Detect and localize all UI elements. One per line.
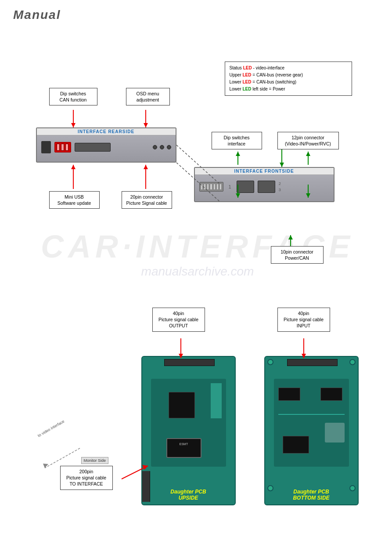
mini-usb-line1: Mini USB (53, 194, 96, 200)
rearside-components (37, 135, 176, 159)
pcb-upside: ESMT Daughter PCB UPSIDE (141, 356, 236, 505)
callout-mini-usb: Mini USB Software update (49, 191, 100, 209)
pcb-bottomside-label: Daughter PCB BOTTOM SIDE (265, 489, 358, 501)
osd-line1: OSD menu (130, 91, 166, 97)
dip-f7 (219, 184, 222, 190)
svg-marker-13 (236, 152, 240, 156)
40pin-out-l2: Picture signal cable (156, 316, 201, 323)
b-trace-h (278, 414, 345, 415)
callout-40pin-output: 40pin Picture signal cable OUTPUT (152, 308, 205, 332)
10pin-line2: Power/CAN (275, 255, 320, 261)
pin-label-2: 2 (279, 181, 281, 186)
rearside-label: INTERFACE REARSIDE (37, 128, 176, 135)
10pin-line1: 10pin connector (275, 249, 320, 255)
dip-f4 (210, 184, 212, 190)
dip-interface-line2: interface (216, 141, 258, 147)
callout-40pin-input: 40pin Picture signal cable INPUT (277, 308, 330, 332)
b-chip1 (320, 388, 342, 401)
dip-switches-interface (199, 182, 223, 192)
200pin-l2: Picture signal cable (64, 475, 109, 481)
to-video-label: to video interface (37, 419, 65, 438)
usb-port (41, 141, 51, 153)
frontside-board: INTERFACE FRONTSIDE 1 2 3 (194, 167, 334, 202)
dip-can-line2: CAN function (53, 97, 94, 103)
callout-12pin: 12pin connector (Video-IN/Power/RVC) (277, 132, 339, 149)
200pin-l1: 200pin (64, 468, 109, 475)
status-line2: Upper LED = CAN-bus (reverse gear) (230, 72, 347, 79)
b-chip2 (278, 388, 300, 401)
40pin-out-l1: 40pin (156, 310, 201, 316)
dot-1 (153, 145, 157, 149)
main-chip (169, 392, 195, 418)
dip-f6 (216, 184, 219, 190)
status-box: Status LED - video-interface Upper LED =… (225, 62, 352, 96)
b-chip3 (283, 436, 309, 453)
page-title: Manual (0, 0, 392, 26)
dip-f2 (204, 184, 206, 190)
40pin-in-l1: 40pin (281, 310, 326, 316)
pcb-b-connector-top (287, 359, 338, 366)
led-status: LED (243, 65, 252, 70)
20pin-line2: Picture Signal cable (126, 200, 168, 206)
pcb-connector-top (164, 359, 215, 366)
led-upper: LED (243, 73, 252, 77)
dip-2 (61, 144, 64, 151)
led-lower: LED (243, 80, 252, 84)
dip-interface-line1: Dip switches (216, 134, 258, 141)
connector-40pin (75, 143, 111, 152)
dip-can-line1: Dip switches (53, 91, 94, 97)
pcb-upside-sim: ESMT Daughter PCB UPSIDE (142, 357, 235, 504)
corner-tr (349, 359, 356, 365)
dot-2 (160, 145, 164, 149)
dip-switches-can (54, 142, 71, 152)
pin-label-3: 3 (279, 188, 281, 192)
200pin-l3: TO INTERFACE (64, 481, 109, 487)
pcb-upside-label: Daughter PCB UPSIDE (142, 489, 235, 501)
dip-1 (57, 144, 60, 151)
dip-f5 (213, 184, 216, 190)
pcb-trace-v (211, 383, 222, 418)
svg-marker-19 (288, 235, 293, 239)
corner-tl (267, 359, 273, 365)
frontside-components: 1 2 3 (195, 175, 334, 199)
connector-10pin (258, 181, 275, 193)
status-line4: Lower LED left side = Power (230, 86, 347, 93)
svg-marker-29 (43, 464, 48, 468)
svg-marker-17 (306, 152, 310, 156)
callout-200pin: 200pin Picture signal cable TO INTERFACE (60, 466, 113, 490)
pcb-b-main-area (274, 379, 349, 467)
dot-3 (167, 145, 171, 149)
40pin-in-l2: Picture signal cable (281, 316, 326, 323)
40pin-out-l3: OUTPUT (156, 323, 201, 329)
pcb-bottomside: Daughter PCB BOTTOM SIDE (264, 356, 359, 505)
20pin-line1: 20pin connector (126, 194, 168, 200)
12pin-line1: 12pin connector (281, 134, 335, 141)
callout-osd: OSD menu adjustment (126, 88, 170, 105)
monitor-side-label: Monitor Side (81, 457, 109, 464)
svg-marker-9 (280, 163, 284, 167)
pcb-main-area: ESMT (151, 379, 226, 467)
callout-dip-can: Dip switches CAN function (49, 88, 97, 105)
osd-line2: adjustment (130, 97, 166, 103)
callout-20pin: 20pin connector Picture Signal cable (122, 191, 172, 209)
led-indicators: 2 3 (279, 181, 281, 192)
led-lower-left: LED (243, 87, 252, 91)
pcb-bottom-sim: Daughter PCB BOTTOM SIDE (265, 357, 358, 504)
svg-marker-1 (71, 123, 76, 127)
bottom-diagram: 40pin Picture signal cable OUTPUT 40pin … (10, 294, 383, 545)
callout-dip-interface: Dip switches interface (212, 132, 262, 149)
svg-line-28 (45, 448, 80, 468)
adjustment-dots (153, 145, 171, 149)
pin-label-1: 1 (229, 184, 231, 189)
esmt-chip: ESMT (166, 438, 201, 458)
dip-f3 (207, 184, 209, 190)
rearside-board: INTERFACE REARSIDE (36, 127, 176, 163)
dip-3 (65, 144, 68, 151)
dip-f1 (201, 184, 203, 190)
esmt-label: ESMT (167, 443, 201, 446)
main-content: CAR·INTERFACE manualsarchive.com (0, 26, 392, 549)
status-line3: Lower LED = CAN-bus (switching) (230, 79, 347, 86)
frontside-label: INTERFACE FRONTSIDE (195, 168, 334, 175)
12pin-line2: (Video-IN/Power/RVC) (281, 141, 335, 147)
callout-10pin: 10pin connector Power/CAN (271, 246, 324, 264)
